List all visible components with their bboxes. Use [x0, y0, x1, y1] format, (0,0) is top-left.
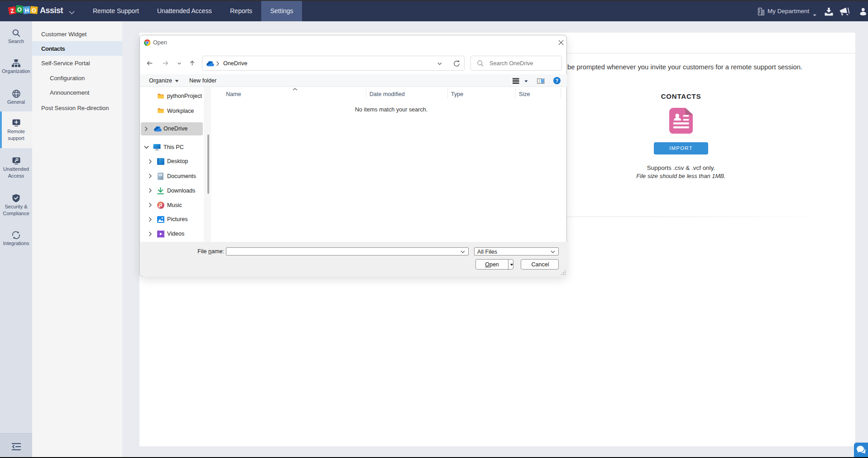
- svg-text:?: ?: [556, 78, 558, 83]
- svg-text:O: O: [17, 6, 22, 13]
- svg-text:O: O: [31, 7, 36, 14]
- svg-text:H: H: [24, 7, 29, 14]
